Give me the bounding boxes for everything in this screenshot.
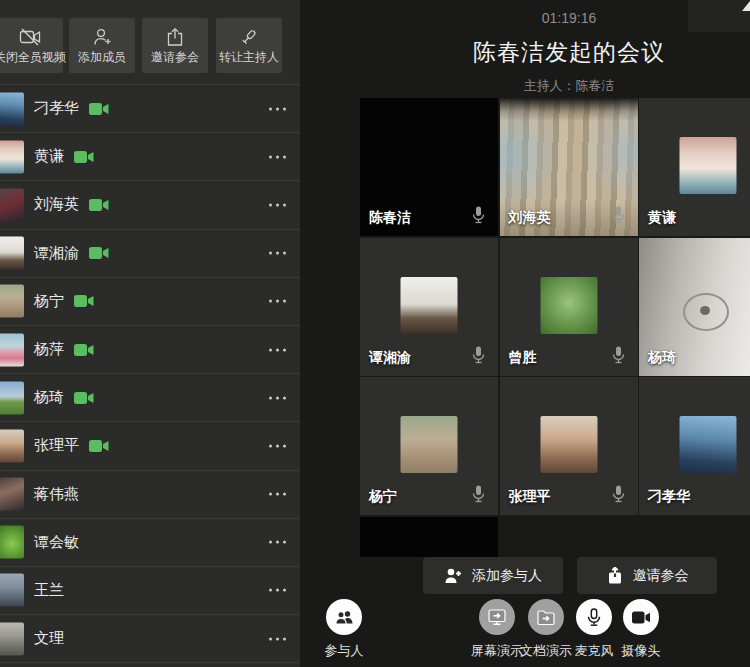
participant-name: 刘海英 — [34, 195, 79, 214]
add-member-button[interactable]: 添加成员 — [69, 18, 135, 73]
video-grid: 陈春洁 刘海英 — [360, 98, 750, 557]
add-participant-button[interactable]: 添加参与人 — [423, 557, 563, 594]
participant-row[interactable]: 张理平 — [0, 422, 300, 470]
more-options-button[interactable] — [267, 583, 288, 598]
camera-on-icon — [74, 294, 95, 308]
participants-dock-button[interactable]: 参与人 — [320, 599, 368, 660]
mic-on-icon — [612, 206, 625, 228]
add-person-icon — [444, 567, 463, 584]
participant-name: 谭湘渝 — [34, 244, 79, 263]
tile-name: 曾胜 — [509, 349, 537, 367]
toolbar-button-label: 添加成员 — [78, 49, 126, 66]
tile-name: 谭湘渝 — [369, 349, 411, 367]
more-options-button[interactable] — [267, 246, 288, 261]
participant-avatar — [0, 285, 24, 318]
more-options-button[interactable] — [267, 631, 288, 646]
participant-name: 刁孝华 — [34, 99, 79, 118]
participant-avatar — [0, 574, 24, 607]
participant-name: 杨琦 — [34, 388, 64, 407]
participant-name: 杨萍 — [34, 340, 64, 359]
more-options-button[interactable] — [267, 438, 288, 453]
video-tile[interactable]: 张理平 — [500, 377, 638, 515]
more-options-button[interactable] — [267, 197, 288, 212]
participant-avatar — [0, 381, 24, 414]
dock-label: 参与人 — [325, 642, 364, 660]
meeting-header: 01:19:16 陈春洁发起的会议 主持人：陈春洁 — [360, 0, 750, 95]
more-options-button[interactable] — [267, 294, 288, 309]
meeting-host: 主持人：陈春洁 — [360, 77, 750, 95]
more-options-button[interactable] — [267, 390, 288, 405]
add-person-icon — [91, 27, 113, 47]
participant-row[interactable]: 杨宁 — [0, 278, 300, 326]
video-tile[interactable]: 黄谦 — [639, 98, 750, 236]
participant-row[interactable]: 刘海英 — [0, 181, 300, 229]
more-options-button[interactable] — [267, 487, 288, 502]
more-options-button[interactable] — [267, 535, 288, 550]
more-options-button[interactable] — [267, 342, 288, 357]
participant-avatar — [0, 140, 24, 173]
camera-on-icon — [89, 439, 110, 453]
tile-name: 杨琦 — [648, 349, 676, 367]
participant-row[interactable]: 谭湘渝 — [0, 230, 300, 278]
close-all-video-button[interactable]: 关闭全员视频 — [0, 18, 63, 73]
toolbar-button-label: 关闭全员视频 — [0, 49, 66, 66]
video-tile[interactable]: 刘海英 — [500, 98, 638, 236]
camera-dock-button[interactable]: 摄像头 — [617, 599, 665, 660]
participant-name: 文理 — [34, 629, 64, 648]
toolbar-button-label: 邀请参会 — [151, 49, 199, 66]
transfer-host-button[interactable]: 转让主持人 — [216, 18, 282, 73]
participant-row[interactable]: 王兰 — [0, 567, 300, 615]
meeting-stage: 01:19:16 陈春洁发起的会议 主持人：陈春洁 陈春洁 刘海英 — [300, 0, 750, 667]
participant-row[interactable]: 黄谦 — [0, 133, 300, 181]
video-tile[interactable]: 谭湘渝 — [360, 238, 498, 376]
participant-list: 刁孝华 黄谦 — [0, 84, 300, 663]
tile-avatar — [540, 277, 597, 334]
doc-share-icon — [528, 599, 564, 635]
participant-row[interactable]: 杨萍 — [0, 326, 300, 374]
camera-off-icon — [19, 27, 41, 47]
video-tile[interactable]: 刁孝华 — [639, 377, 750, 515]
participant-name: 蒋伟燕 — [34, 485, 79, 504]
camera-icon — [623, 599, 659, 635]
mic-icon — [576, 599, 612, 635]
sidebar-toolbar: 关闭全员视频 添加成员 邀请参会 — [0, 0, 300, 84]
invite-meeting-button[interactable]: 邀请参会 — [577, 557, 717, 594]
participant-row[interactable]: 文理 — [0, 615, 300, 663]
microphone-dock-button[interactable]: 麦克风 — [570, 599, 618, 660]
participant-avatar — [0, 429, 24, 462]
action-button-label: 邀请参会 — [633, 567, 689, 585]
camera-on-icon — [89, 198, 110, 212]
more-options-button[interactable] — [267, 101, 288, 116]
participant-avatar — [0, 622, 24, 655]
toolbar-button-label: 转让主持人 — [219, 49, 279, 66]
camera-on-icon — [74, 343, 95, 357]
video-tile[interactable]: 曾胜 — [500, 238, 638, 376]
participant-row[interactable]: 蒋伟燕 — [0, 471, 300, 519]
participant-row[interactable]: 谭会敏 — [0, 519, 300, 567]
video-tile[interactable] — [360, 517, 498, 558]
participant-row[interactable]: 刁孝华 — [0, 85, 300, 133]
dock-label: 摄像头 — [622, 642, 661, 660]
dock-label: 麦克风 — [575, 642, 614, 660]
doc-share-dock-button[interactable]: 文档演示 — [522, 599, 570, 660]
screen-share-dock-button[interactable]: 屏幕演示 — [473, 599, 521, 660]
mic-on-icon — [472, 485, 485, 507]
tile-name: 刁孝华 — [648, 488, 690, 506]
screen-share-icon — [479, 599, 515, 635]
video-tile[interactable]: 杨琦 — [639, 238, 750, 376]
meeting-title: 陈春洁发起的会议 — [360, 37, 750, 68]
participant-name: 黄谦 — [34, 147, 64, 166]
camera-on-icon — [74, 150, 95, 164]
invite-box-icon — [606, 567, 624, 584]
video-tile[interactable]: 杨宁 — [360, 377, 498, 515]
more-options-button[interactable] — [267, 149, 288, 164]
participant-row[interactable]: 杨琦 — [0, 374, 300, 422]
tile-name: 张理平 — [509, 488, 551, 506]
mic-handheld-icon — [239, 27, 259, 47]
participant-name: 谭会敏 — [34, 533, 79, 552]
invite-button[interactable]: 邀请参会 — [142, 18, 208, 73]
video-tile[interactable]: 陈春洁 — [360, 98, 498, 236]
meeting-timer: 01:19:16 — [360, 10, 750, 26]
mic-on-icon — [612, 346, 625, 368]
tile-name: 刘海英 — [509, 209, 551, 227]
